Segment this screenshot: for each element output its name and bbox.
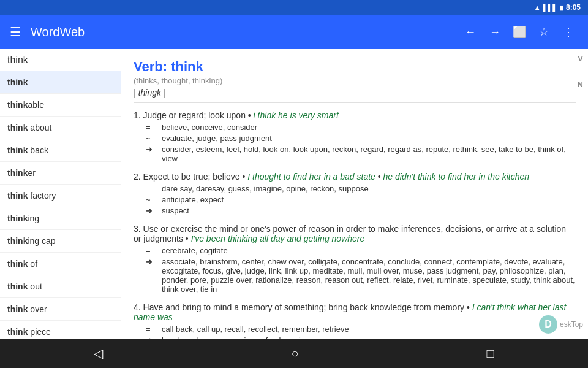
definition-relation: = call back, call up, recall, recollect,… [134, 324, 576, 334]
bookmark-icon[interactable]: ⬜ [510, 22, 529, 42]
relation-words: brush up, know, recognize, refresh, revi… [162, 335, 311, 339]
word-list-item[interactable]: think out [0, 275, 121, 298]
word-phonetic: | thingk | [134, 88, 576, 103]
relation-words: anticipate, expect [162, 195, 224, 204]
def-example1: I thought to find her in a bad state [247, 172, 375, 182]
nav-recent-button[interactable]: □ [472, 342, 508, 366]
word-rest: er [28, 168, 35, 178]
definition-relation: ➜ consider, esteem, feel, hold, look on,… [134, 145, 576, 163]
app-bar-actions: ← → ⬜ ☆ ⋮ [461, 22, 578, 42]
side-letter-n: N [578, 80, 583, 89]
relation-symbol: ~ [146, 195, 158, 204]
watermark: D eskTop [539, 315, 583, 334]
phonetic-bracket-close: | [164, 88, 166, 98]
word-list-item[interactable]: think about [0, 117, 121, 139]
word-rest: piece [28, 327, 50, 337]
word-rest: over [28, 304, 47, 314]
word-list-item[interactable]: think [0, 71, 121, 94]
nav-back-button[interactable]: ◁ [79, 341, 118, 366]
word-list-item[interactable]: thinking cap [0, 230, 121, 253]
word-list: thinkthinkablethink aboutthink backthink… [0, 71, 121, 339]
word-list-item[interactable]: think of [0, 253, 121, 275]
search-input[interactable] [7, 55, 121, 66]
word-list-item[interactable]: thinking [0, 207, 121, 230]
relation-symbol: ➜ [146, 257, 158, 294]
status-time: 8:05 [566, 3, 581, 12]
relation-symbol: = [146, 324, 158, 334]
word-rest: of [28, 259, 37, 269]
word-list-item[interactable]: think factory [0, 185, 121, 207]
word-bold: think [7, 282, 28, 291]
word-header: Verb: think (thinks, thought, thinking) … [134, 59, 576, 103]
relation-words: suspect [162, 206, 189, 215]
word-bold: think [7, 236, 28, 246]
def-example2: he didn't think to find her in the kitch… [383, 172, 530, 182]
definition-relation: ➜ associate, brainstorm, center, chew ov… [134, 257, 576, 294]
more-icon[interactable]: ⋮ [559, 22, 578, 42]
word-forms: (thinks, thought, thinking) [134, 76, 576, 85]
relation-words: dare say, daresay, guess, imagine, opine… [162, 184, 369, 193]
definition-relation: ➜ suspect [134, 206, 576, 215]
bottom-nav: ◁ ○ □ [0, 339, 588, 368]
definition-relation: = believe, conceive, consider [134, 123, 576, 132]
word-bold: think [7, 259, 28, 269]
side-letter-v: V [578, 54, 583, 63]
word-bold: think [7, 123, 28, 132]
def-example: I've been thinking all day and getting n… [191, 234, 365, 243]
word-bold: think [7, 168, 28, 178]
main-layout: ✕ thinkthinkablethink aboutthink backthi… [0, 49, 588, 339]
relation-symbol: ➜ [146, 145, 158, 163]
phonetic-bracket-open: | [134, 88, 136, 98]
status-icons: ▲ ▌▌▌ ▮ 8:05 [534, 3, 581, 12]
definition-item: 4. Have and bring to mind a memory of so… [134, 302, 576, 339]
relation-words: cerebrate, cogitate [162, 246, 228, 255]
relation-symbol: ➜ [146, 206, 158, 215]
star-icon[interactable]: ☆ [534, 22, 554, 42]
definition-item: 2. Expect to be true; believe • I though… [134, 172, 576, 215]
word-bold: think [7, 77, 28, 87]
word-rest: ing [28, 213, 39, 223]
relation-symbol: ➜ [146, 335, 158, 339]
word-list-item[interactable]: think over [0, 298, 121, 321]
word-list-item[interactable]: think piece [0, 321, 121, 339]
definition-item: 3. Use or exercise the mind or one's pow… [134, 224, 576, 294]
word-rest: out [28, 282, 42, 291]
word-rest: about [28, 123, 51, 132]
word-rest: back [28, 145, 48, 155]
word-list-item[interactable]: thinker [0, 162, 121, 185]
definition-relation: = dare say, daresay, guess, imagine, opi… [134, 184, 576, 193]
definitions: 1. Judge or regard; look upon • i think … [134, 110, 576, 339]
nav-home-button[interactable]: ○ [276, 342, 313, 366]
menu-icon[interactable]: ☰ [10, 26, 21, 38]
forward-button[interactable]: → [485, 22, 505, 42]
word-bold: think [7, 100, 28, 110]
relation-words: believe, conceive, consider [162, 123, 257, 132]
word-list-item[interactable]: thinkable [0, 94, 121, 117]
content-area: V N Verb: think (thinks, thought, thinki… [121, 49, 588, 339]
watermark-text: eskTop [560, 320, 583, 329]
def-number: 3. Use or exercise the mind or one's pow… [134, 224, 576, 243]
relation-symbol: = [146, 123, 158, 132]
word-bold: think [7, 191, 28, 201]
word-bold: think [7, 327, 28, 337]
def-number: 4. Have and bring to mind a memory of so… [134, 302, 576, 322]
word-rest: ing cap [28, 236, 55, 246]
sidebar: ✕ thinkthinkablethink aboutthink backthi… [0, 49, 121, 339]
search-box: ✕ [0, 49, 121, 71]
battery-icon: ▮ [560, 4, 564, 12]
definition-item: 1. Judge or regard; look upon • i think … [134, 110, 576, 163]
word-bold: think [7, 213, 28, 223]
def-number: 1. Judge or regard; look upon • i think … [134, 110, 576, 120]
def-text: Have and bring to mind a memory of somet… [143, 302, 464, 312]
definition-relation: ~ anticipate, expect [134, 195, 576, 204]
word-list-item[interactable]: think back [0, 139, 121, 162]
definition-relation: = cerebrate, cogitate [134, 246, 576, 255]
definition-relation: ~ evaluate, judge, pass judgment [134, 134, 576, 143]
phonetic-text: thingk [138, 88, 161, 98]
back-button[interactable]: ← [461, 22, 480, 42]
def-text: Judge or regard; look upon [143, 110, 246, 120]
def-number: 2. Expect to be true; believe • I though… [134, 172, 576, 182]
definition-relation: ➜ brush up, know, recognize, refresh, re… [134, 335, 576, 339]
relation-words: evaluate, judge, pass judgment [162, 134, 272, 143]
word-bold: think [7, 304, 28, 314]
